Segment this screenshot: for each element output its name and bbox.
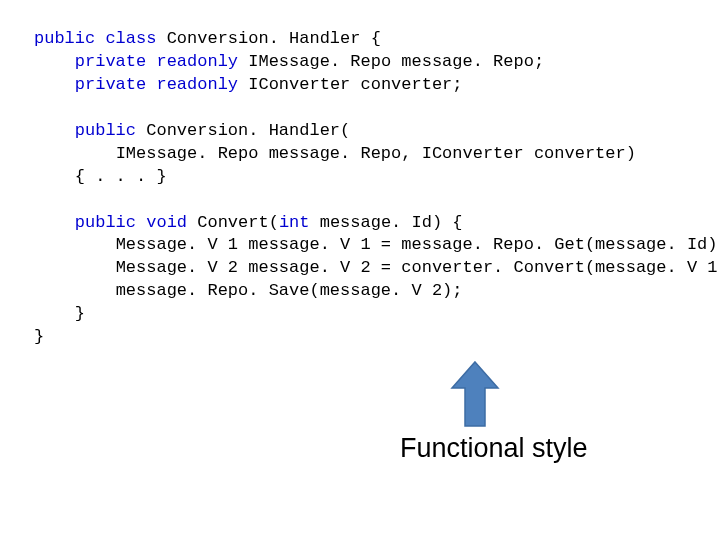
code-text: IMessage. Repo message. Repo, IConverter… <box>116 144 636 163</box>
code-text: } <box>34 327 44 346</box>
code-text: IMessage. Repo message. Repo; <box>248 52 544 71</box>
keyword: void <box>146 213 187 232</box>
code-text: message. Repo. Save(message. V 2); <box>116 281 463 300</box>
svg-marker-0 <box>452 362 498 426</box>
code-block: public class Conversion. Handler { priva… <box>34 28 720 349</box>
keyword: private <box>75 52 146 71</box>
keyword: int <box>279 213 310 232</box>
code-text: Convert( <box>197 213 279 232</box>
code-text: Message. V 2 message. V 2 = converter. C… <box>116 258 720 277</box>
keyword: public <box>75 213 136 232</box>
up-arrow-icon <box>450 360 500 430</box>
keyword: private <box>75 75 146 94</box>
code-text: IConverter converter; <box>248 75 462 94</box>
code-text: } <box>75 304 85 323</box>
code-text: { . . . } <box>75 167 167 186</box>
code-text: message. Id) { <box>320 213 463 232</box>
keyword: class <box>105 29 156 48</box>
annotation-label: Functional style <box>400 430 588 466</box>
keyword: readonly <box>156 75 238 94</box>
keyword: readonly <box>156 52 238 71</box>
keyword: public <box>34 29 95 48</box>
code-text: Conversion. Handler { <box>167 29 381 48</box>
keyword: public <box>75 121 136 140</box>
code-text: Conversion. Handler( <box>146 121 350 140</box>
code-text: Message. V 1 message. V 1 = message. Rep… <box>116 235 720 254</box>
